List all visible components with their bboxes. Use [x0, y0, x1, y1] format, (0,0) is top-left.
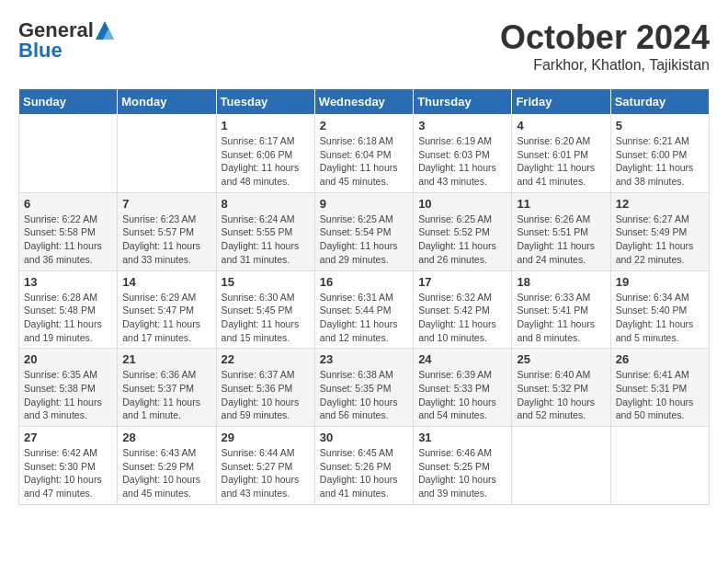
day-info: Sunrise: 6:25 AMSunset: 5:52 PMDaylight:…	[418, 213, 506, 267]
day-info: Sunrise: 6:17 AMSunset: 6:06 PMDaylight:…	[222, 134, 310, 189]
calendar-week-4: 20Sunrise: 6:35 AMSunset: 5:38 PMDayligh…	[19, 349, 710, 427]
day-info: Sunrise: 6:34 AMSunset: 5:40 PMDaylight:…	[616, 291, 704, 345]
day-info: Sunrise: 6:19 AMSunset: 6:03 PMDaylight:…	[418, 134, 506, 189]
day-info: Sunrise: 6:33 AMSunset: 5:41 PMDaylight:…	[517, 291, 605, 345]
logo-icon	[96, 21, 114, 40]
calendar-cell: 5Sunrise: 6:21 AMSunset: 6:00 PMDaylight…	[610, 115, 709, 193]
calendar-cell: 7Sunrise: 6:23 AMSunset: 5:57 PMDaylight…	[118, 192, 216, 270]
day-number: 9	[320, 197, 408, 211]
weekday-header-sunday: Sunday	[19, 89, 118, 115]
day-number: 23	[320, 352, 408, 366]
calendar-cell: 6Sunrise: 6:22 AMSunset: 5:58 PMDaylight…	[19, 192, 118, 270]
day-number: 26	[616, 352, 704, 366]
day-number: 5	[616, 119, 704, 132]
day-number: 8	[222, 197, 310, 211]
day-number: 19	[616, 275, 704, 289]
title-block: October 2024 Farkhor, Khatlon, Tajikista…	[500, 18, 710, 74]
day-info: Sunrise: 6:41 AMSunset: 5:31 PMDaylight:…	[616, 368, 704, 422]
month-title: October 2024	[500, 18, 710, 57]
day-number: 20	[24, 352, 112, 366]
calendar-cell: 21Sunrise: 6:36 AMSunset: 5:37 PMDayligh…	[118, 349, 216, 427]
page-header: General Blue October 2024 Farkhor, Khatl…	[18, 18, 710, 74]
calendar-cell: 24Sunrise: 6:39 AMSunset: 5:33 PMDayligh…	[414, 349, 512, 427]
calendar-cell: 12Sunrise: 6:27 AMSunset: 5:49 PMDayligh…	[610, 192, 709, 270]
calendar-cell: 31Sunrise: 6:46 AMSunset: 5:25 PMDayligh…	[414, 427, 512, 505]
calendar-cell: 14Sunrise: 6:29 AMSunset: 5:47 PMDayligh…	[118, 270, 216, 349]
day-info: Sunrise: 6:36 AMSunset: 5:37 PMDaylight:…	[122, 368, 210, 422]
day-info: Sunrise: 6:26 AMSunset: 5:51 PMDaylight:…	[517, 213, 605, 267]
calendar-cell: 10Sunrise: 6:25 AMSunset: 5:52 PMDayligh…	[414, 192, 512, 270]
logo: General Blue	[18, 18, 114, 63]
location: Farkhor, Khatlon, Tajikistan	[500, 57, 710, 74]
weekday-header-tuesday: Tuesday	[216, 89, 314, 115]
calendar-cell: 19Sunrise: 6:34 AMSunset: 5:40 PMDayligh…	[610, 270, 709, 349]
weekday-header-monday: Monday	[118, 89, 216, 115]
calendar-cell	[610, 427, 709, 505]
day-info: Sunrise: 6:40 AMSunset: 5:32 PMDaylight:…	[517, 368, 605, 422]
day-info: Sunrise: 6:42 AMSunset: 5:30 PMDaylight:…	[24, 446, 112, 500]
day-number: 6	[24, 197, 112, 211]
calendar-cell: 23Sunrise: 6:38 AMSunset: 5:35 PMDayligh…	[314, 349, 413, 427]
calendar-week-5: 27Sunrise: 6:42 AMSunset: 5:30 PMDayligh…	[19, 427, 710, 505]
calendar-header-row: SundayMondayTuesdayWednesdayThursdayFrid…	[19, 89, 710, 115]
day-info: Sunrise: 6:18 AMSunset: 6:04 PMDaylight:…	[320, 134, 408, 189]
weekday-header-wednesday: Wednesday	[314, 89, 413, 115]
calendar-table: SundayMondayTuesdayWednesdayThursdayFrid…	[18, 88, 710, 505]
calendar-cell: 11Sunrise: 6:26 AMSunset: 5:51 PMDayligh…	[512, 192, 610, 270]
day-info: Sunrise: 6:43 AMSunset: 5:29 PMDaylight:…	[122, 446, 210, 500]
calendar-cell: 17Sunrise: 6:32 AMSunset: 5:42 PMDayligh…	[414, 270, 512, 349]
weekday-header-saturday: Saturday	[610, 89, 709, 115]
day-info: Sunrise: 6:37 AMSunset: 5:36 PMDaylight:…	[222, 368, 310, 422]
calendar-cell: 1Sunrise: 6:17 AMSunset: 6:06 PMDaylight…	[216, 115, 314, 193]
day-info: Sunrise: 6:24 AMSunset: 5:55 PMDaylight:…	[222, 213, 310, 267]
calendar-cell: 4Sunrise: 6:20 AMSunset: 6:01 PMDaylight…	[512, 115, 610, 193]
calendar-cell: 9Sunrise: 6:25 AMSunset: 5:54 PMDaylight…	[314, 192, 413, 270]
day-number: 2	[320, 119, 408, 132]
calendar-cell: 18Sunrise: 6:33 AMSunset: 5:41 PMDayligh…	[512, 270, 610, 349]
day-number: 10	[418, 197, 506, 211]
day-number: 18	[517, 275, 605, 289]
day-number: 7	[122, 197, 210, 211]
calendar-cell: 22Sunrise: 6:37 AMSunset: 5:36 PMDayligh…	[216, 349, 314, 427]
day-info: Sunrise: 6:20 AMSunset: 6:01 PMDaylight:…	[517, 134, 605, 189]
day-info: Sunrise: 6:23 AMSunset: 5:57 PMDaylight:…	[122, 213, 210, 267]
day-number: 21	[122, 352, 210, 366]
day-number: 22	[222, 352, 310, 366]
calendar-cell: 26Sunrise: 6:41 AMSunset: 5:31 PMDayligh…	[610, 349, 709, 427]
calendar-cell: 28Sunrise: 6:43 AMSunset: 5:29 PMDayligh…	[118, 427, 216, 505]
day-info: Sunrise: 6:25 AMSunset: 5:54 PMDaylight:…	[320, 213, 408, 267]
calendar-cell: 29Sunrise: 6:44 AMSunset: 5:27 PMDayligh…	[216, 427, 314, 505]
day-info: Sunrise: 6:45 AMSunset: 5:26 PMDaylight:…	[320, 446, 408, 500]
day-number: 16	[320, 275, 408, 289]
day-info: Sunrise: 6:31 AMSunset: 5:44 PMDaylight:…	[320, 291, 408, 345]
calendar-cell: 25Sunrise: 6:40 AMSunset: 5:32 PMDayligh…	[512, 349, 610, 427]
day-info: Sunrise: 6:44 AMSunset: 5:27 PMDaylight:…	[222, 446, 310, 500]
weekday-header-friday: Friday	[512, 89, 610, 115]
calendar-cell	[19, 115, 118, 193]
day-number: 11	[517, 197, 605, 211]
day-info: Sunrise: 6:29 AMSunset: 5:47 PMDaylight:…	[122, 291, 210, 345]
day-number: 30	[320, 431, 408, 444]
calendar-cell: 15Sunrise: 6:30 AMSunset: 5:45 PMDayligh…	[216, 270, 314, 349]
day-info: Sunrise: 6:21 AMSunset: 6:00 PMDaylight:…	[616, 134, 704, 189]
calendar-week-3: 13Sunrise: 6:28 AMSunset: 5:48 PMDayligh…	[19, 270, 710, 349]
logo-blue-text: Blue	[18, 39, 63, 63]
calendar-cell: 27Sunrise: 6:42 AMSunset: 5:30 PMDayligh…	[19, 427, 118, 505]
day-info: Sunrise: 6:22 AMSunset: 5:58 PMDaylight:…	[24, 213, 112, 267]
day-number: 14	[122, 275, 210, 289]
day-info: Sunrise: 6:28 AMSunset: 5:48 PMDaylight:…	[24, 291, 112, 345]
day-info: Sunrise: 6:32 AMSunset: 5:42 PMDaylight:…	[418, 291, 506, 345]
calendar-cell	[512, 427, 610, 505]
day-info: Sunrise: 6:38 AMSunset: 5:35 PMDaylight:…	[320, 368, 408, 422]
day-number: 12	[616, 197, 704, 211]
day-number: 4	[517, 119, 605, 132]
calendar-cell: 3Sunrise: 6:19 AMSunset: 6:03 PMDaylight…	[414, 115, 512, 193]
calendar-cell: 2Sunrise: 6:18 AMSunset: 6:04 PMDaylight…	[314, 115, 413, 193]
calendar-week-1: 1Sunrise: 6:17 AMSunset: 6:06 PMDaylight…	[19, 115, 710, 193]
calendar-cell: 8Sunrise: 6:24 AMSunset: 5:55 PMDaylight…	[216, 192, 314, 270]
day-number: 15	[222, 275, 310, 289]
day-number: 29	[222, 431, 310, 444]
day-number: 24	[418, 352, 506, 366]
day-info: Sunrise: 6:27 AMSunset: 5:49 PMDaylight:…	[616, 213, 704, 267]
weekday-header-thursday: Thursday	[414, 89, 512, 115]
